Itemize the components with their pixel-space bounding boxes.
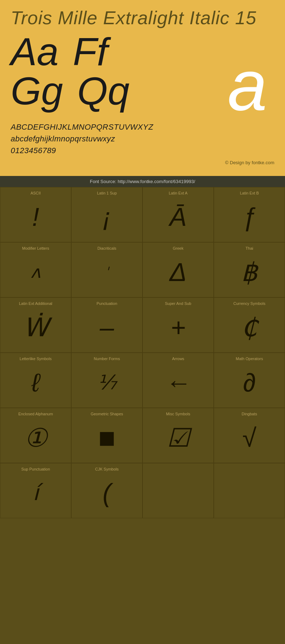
cell-label-currency: Currency Symbols — [218, 301, 281, 306]
header-section: Trois Mille Extralight Italic 15 Aa Ff G… — [0, 0, 285, 176]
cell-label-dingbats: Dingbats — [218, 412, 281, 416]
cell-glyph-latinexta: Ā — [170, 197, 187, 237]
grid-cell-latinextadd: Latin Ext Additional Ẇ — [0, 297, 71, 353]
cell-label-diacriticals: Diacriticals — [75, 246, 139, 250]
cell-glyph-ascii: ! — [32, 197, 39, 237]
grid-cell-letterlike: Letterlike Symbols ℓ — [0, 353, 71, 408]
grid-cell-cjksym: CJK Symbols ( — [71, 463, 142, 518]
cell-glyph-numberforms: ⅐ — [97, 363, 116, 402]
cell-label-suppunct: Sup Punctuation — [4, 467, 67, 471]
grid-cell-latinextb: Latin Ext B ƒ — [214, 187, 285, 242]
grid-cell-punctuation: Punctuation – — [71, 297, 142, 353]
cell-label-cjksym: CJK Symbols — [75, 467, 139, 471]
cell-label-ascii: ASCII — [4, 191, 67, 195]
cell-glyph-arrows: ← — [165, 363, 191, 402]
cell-label-geoshapes: Geometric Shapes — [75, 412, 139, 416]
grid-cell-enclosed: Enclosed Alphanum ① — [0, 408, 71, 463]
cell-label-latinextb: Latin Ext B — [218, 191, 281, 195]
grid-cell-mathop: Math Operators ∂ — [214, 353, 285, 408]
cell-glyph-punctuation: – — [100, 307, 114, 347]
cell-label-latinexta: Latin Ext A — [146, 191, 210, 195]
cell-glyph-latinextadd: Ẇ — [23, 307, 48, 347]
font-title: Trois Mille Extralight Italic 15 — [11, 7, 274, 28]
cell-label-letterlike: Letterlike Symbols — [4, 357, 67, 361]
specimen-aa: Aa — [11, 32, 59, 71]
specimen-a-white: a — [228, 53, 267, 118]
cell-glyph-superandsub: + — [171, 307, 186, 347]
grid-cell-thai: Thai ฿ — [214, 242, 285, 297]
source-text: Font Source: http://www.fontke.com/font/… — [90, 179, 195, 184]
lowercase-alphabet: abcdefghijklmnopqrstuvwxyz — [11, 133, 274, 145]
glyph-grid: ASCII ! Latin 1 Sup ¡ Latin Ext A Ā Lati… — [0, 187, 285, 518]
grid-cell-arrows: Arrows ← — [142, 353, 214, 408]
cell-label-latinextadd: Latin Ext Additional — [4, 301, 67, 306]
cell-label-arrows: Arrows — [146, 357, 210, 361]
cell-glyph-letterlike: ℓ — [31, 363, 40, 402]
grid-cell-superandsub: Super And Sub + — [142, 297, 214, 353]
cell-glyph-suppunct: ı́ — [33, 473, 39, 513]
grid-cell-empty2 — [214, 463, 285, 518]
cell-glyph-thai: ฿ — [241, 252, 258, 292]
digits: 0123456789 — [11, 145, 274, 156]
cell-glyph-currency: ₵ — [241, 307, 258, 347]
cell-glyph-cjksym: ( — [103, 473, 111, 513]
alphabet-section: ABCDEFGHIJKLMNOPQRSTUVWXYZ abcdefghijklm… — [11, 121, 274, 156]
grid-cell-miscsym: Misc Symbols ☑ — [142, 408, 214, 463]
grid-cell-latinexta: Latin Ext A Ā — [142, 187, 214, 242]
source-bar: Font Source: http://www.fontke.com/font/… — [0, 176, 285, 187]
specimen-ff: Ff — [73, 32, 108, 71]
cell-label-numberforms: Number Forms — [75, 357, 139, 361]
cell-label-enclosed: Enclosed Alphanum — [4, 412, 67, 416]
grid-cell-numberforms: Number Forms ⅐ — [71, 353, 142, 408]
grid-cell-empty1 — [142, 463, 214, 518]
grid-cell-currency: Currency Symbols ₵ — [214, 297, 285, 353]
specimen-qq: Qq — [77, 71, 130, 110]
grid-cell-ascii: ASCII ! — [0, 187, 71, 242]
cell-label-mathop: Math Operators — [218, 357, 281, 361]
cell-glyph-geoshapes: ■ — [98, 418, 115, 458]
cell-glyph-modifier: ʌ — [31, 252, 41, 292]
grid-cell-modifier: Modifier Letters ʌ — [0, 242, 71, 297]
cell-glyph-greek: Δ — [170, 252, 187, 292]
cell-label-miscsym: Misc Symbols — [146, 412, 210, 416]
cell-glyph-dingbats: √ — [242, 418, 256, 458]
cell-label-modifier: Modifier Letters — [4, 246, 67, 250]
credit-line: © Design by fontke.com — [11, 160, 274, 165]
grid-cell-suppunct: Sup Punctuation ı́ — [0, 463, 71, 518]
cell-glyph-latin1sup: ¡ — [103, 197, 111, 237]
cell-glyph-latinextb: ƒ — [242, 197, 256, 237]
grid-cell-geoshapes: Geometric Shapes ■ — [71, 408, 142, 463]
grid-cell-latin1sup: Latin 1 Sup ¡ — [71, 187, 142, 242]
cell-glyph-enclosed: ① — [24, 418, 47, 458]
cell-label-thai: Thai — [218, 246, 281, 250]
grid-cell-dingbats: Dingbats √ — [214, 408, 285, 463]
cell-glyph-miscsym: ☑ — [167, 418, 190, 458]
grid-cell-diacriticals: Diacriticals ˈ — [71, 242, 142, 297]
cell-label-latin1sup: Latin 1 Sup — [75, 191, 139, 195]
specimen-gg: Gg — [11, 71, 63, 110]
cell-label-superandsub: Super And Sub — [146, 301, 210, 306]
cell-glyph-diacriticals: ˈ — [105, 252, 109, 292]
cell-label-punctuation: Punctuation — [75, 301, 139, 306]
cell-label-greek: Greek — [146, 246, 210, 250]
grid-cell-greek: Greek Δ — [142, 242, 214, 297]
cell-glyph-mathop: ∂ — [243, 363, 256, 402]
